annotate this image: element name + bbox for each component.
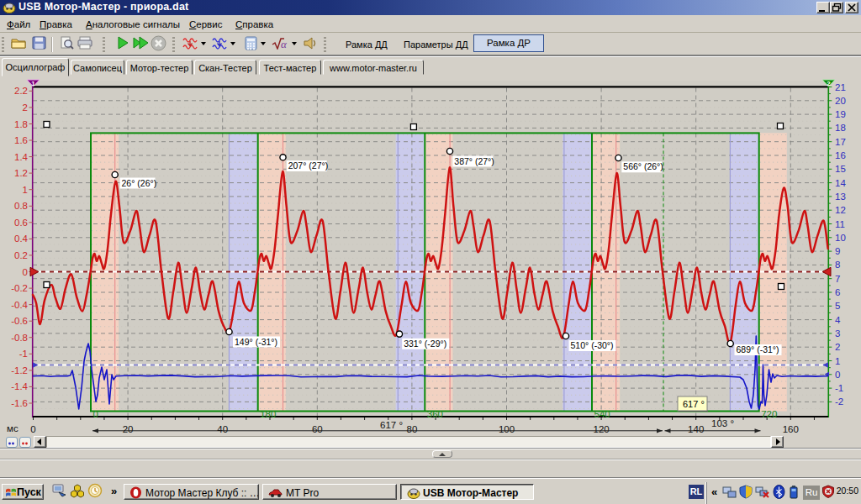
svg-text:15: 15	[835, 164, 846, 174]
svg-text:мс: мс	[7, 423, 18, 433]
svg-text:2: 2	[835, 342, 840, 352]
svg-text:7: 7	[835, 274, 840, 284]
svg-text:0.6: 0.6	[14, 218, 28, 228]
svg-text:20: 20	[835, 96, 846, 106]
svg-text:-0.2: -0.2	[11, 283, 28, 293]
svg-text:0.4: 0.4	[14, 234, 29, 244]
svg-text:-1.6: -1.6	[11, 398, 28, 408]
svg-text:α: α	[281, 38, 288, 50]
svg-text:360: 360	[427, 409, 443, 419]
svg-text:566° (26°): 566° (26°)	[623, 161, 663, 171]
svg-text:2: 2	[23, 102, 28, 113]
svg-text:9: 9	[835, 246, 840, 256]
svg-text:14: 14	[835, 178, 846, 188]
svg-text:-1: -1	[19, 349, 28, 359]
svg-text:160: 160	[783, 424, 799, 434]
svg-text:6: 6	[835, 287, 840, 297]
svg-text:103 °: 103 °	[711, 418, 734, 428]
svg-text:5: 5	[835, 301, 840, 311]
svg-text:140: 140	[688, 424, 704, 434]
svg-text:2.2: 2.2	[14, 86, 28, 96]
svg-text:-0.6: -0.6	[11, 316, 28, 326]
svg-text:617 °: 617 °	[380, 420, 403, 430]
svg-text:1.2: 1.2	[14, 168, 28, 178]
svg-text:-2: -2	[835, 396, 843, 407]
svg-text:510° (-30°): 510° (-30°)	[571, 340, 614, 350]
svg-text:12: 12	[835, 205, 846, 215]
svg-text:60: 60	[312, 424, 323, 434]
svg-text:540: 540	[594, 409, 610, 419]
svg-text:180: 180	[260, 409, 276, 419]
svg-text:149° (-31°): 149° (-31°)	[235, 337, 277, 347]
svg-text:17: 17	[835, 137, 846, 147]
svg-text:100: 100	[499, 424, 515, 434]
svg-text:1: 1	[835, 356, 840, 366]
svg-text:387° (27°): 387° (27°)	[454, 156, 494, 166]
svg-text:8: 8	[835, 260, 840, 270]
svg-text:11: 11	[835, 219, 845, 229]
svg-text:120: 120	[594, 424, 610, 434]
svg-text:0: 0	[23, 267, 28, 277]
svg-text:1.6: 1.6	[14, 135, 28, 145]
svg-text:689° (-31°): 689° (-31°)	[737, 344, 779, 354]
svg-text:21: 21	[835, 82, 846, 92]
svg-text:-0.4: -0.4	[11, 300, 28, 310]
svg-text:0: 0	[30, 424, 35, 434]
svg-text:1.8: 1.8	[14, 119, 28, 129]
svg-text:0.2: 0.2	[14, 250, 28, 260]
svg-text:-1.2: -1.2	[11, 365, 28, 375]
svg-text:-1.4: -1.4	[11, 381, 28, 391]
svg-text:13: 13	[835, 192, 846, 202]
svg-text:1: 1	[31, 80, 35, 87]
svg-text:10: 10	[835, 233, 846, 243]
svg-text:80: 80	[407, 424, 418, 434]
svg-text:3: 3	[835, 328, 840, 339]
svg-text:4: 4	[835, 315, 841, 325]
svg-text:0: 0	[835, 370, 840, 380]
svg-text:0.8: 0.8	[14, 201, 28, 211]
svg-text:40: 40	[217, 424, 228, 434]
svg-text:331° (-29°): 331° (-29°)	[404, 339, 446, 349]
svg-text:16: 16	[835, 150, 846, 160]
svg-text:1: 1	[23, 185, 28, 195]
svg-text:617 °: 617 °	[683, 399, 705, 409]
svg-text:19: 19	[835, 109, 846, 119]
svg-text:20: 20	[123, 424, 134, 434]
svg-text:1.4: 1.4	[14, 152, 29, 162]
svg-text:207° (27°): 207° (27°)	[288, 160, 329, 171]
svg-text:-0.8: -0.8	[11, 333, 28, 343]
svg-text:0: 0	[93, 409, 98, 419]
svg-text:18: 18	[835, 123, 846, 133]
svg-text:-1: -1	[835, 383, 843, 393]
svg-text:720: 720	[761, 409, 777, 419]
svg-text:2: 2	[827, 80, 831, 87]
svg-text:26° (26°): 26° (26°)	[122, 178, 157, 188]
